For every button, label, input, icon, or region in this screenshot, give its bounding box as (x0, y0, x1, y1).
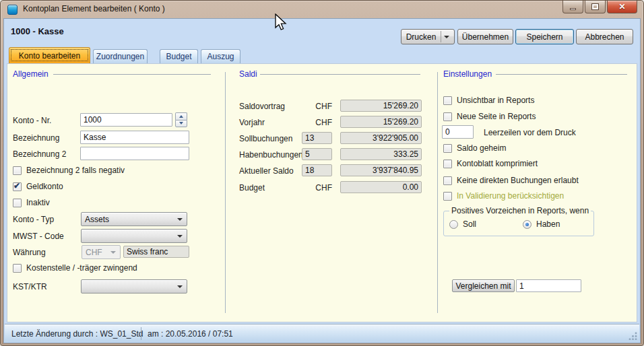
allgemein-section-title: Allgemein (13, 69, 49, 79)
saldi-row-label: Vorjahr (239, 118, 265, 127)
maximize-button[interactable] (585, 1, 606, 13)
chevron-down-icon (177, 235, 183, 238)
speichern-button-label: Speichern (526, 32, 562, 42)
minimize-button[interactable] (562, 1, 583, 13)
soll-radio[interactable] (449, 220, 458, 229)
konto-typ-value: Assets (85, 215, 109, 224)
uebernehmen-button[interactable]: Übernehmen (457, 29, 513, 44)
saldi-value-field: 333.25 (340, 148, 422, 160)
soll-radio-label: Soll (463, 219, 476, 229)
bezeichnung2-negativ-checkbox[interactable]: ✔ (13, 166, 22, 175)
leerzeilen-input[interactable] (442, 125, 474, 139)
tab-budget[interactable]: Budget (160, 49, 198, 63)
saldi-row-label: Habenbuchungen (239, 150, 303, 160)
mwst-code-select[interactable] (81, 229, 187, 243)
saldi-count-field: 13 (302, 132, 332, 144)
spinner-down-icon[interactable] (175, 120, 187, 128)
bezeichnung-input[interactable] (80, 131, 189, 144)
keine-buchungen-checkbox[interactable]: ✔ (443, 176, 452, 185)
vergleichen-mit-button[interactable]: Vergleichen mit (452, 279, 515, 292)
konto-typ-label: Konto - Typ (13, 215, 54, 224)
drucken-button[interactable]: Drucken (401, 29, 455, 44)
split-separator (441, 31, 441, 42)
tab-label: Zuordnungen (96, 52, 144, 61)
inaktiv-checkbox[interactable]: ✔ (13, 199, 22, 207)
saldi-value-field: 3'922'905.00 (340, 132, 422, 144)
mwst-code-label: MWST - Code (13, 232, 64, 241)
tab-auszug[interactable]: Auszug (201, 49, 240, 63)
titlebar[interactable]: Kontoplan Element bearbeiten ( Konto ) ✕ (1, 1, 643, 18)
saldi-count-field: 18 (302, 164, 332, 176)
saldi-row-label: Sollbuchungen (239, 134, 292, 143)
bezeichnung-label: Bezeichnung (13, 133, 59, 143)
haben-radio[interactable] (523, 220, 532, 229)
app-icon (7, 5, 18, 15)
uebernehmen-button-label: Übernehmen (462, 32, 509, 42)
saldi-section-title: Saldi (239, 69, 257, 79)
saldi-value-field: 0.00 (340, 181, 422, 193)
tab-konto-bearbeiten[interactable]: Konto bearbeiten (9, 47, 90, 63)
einstellungen-section-title: Einstellungen (443, 69, 492, 79)
vergleichen-mit-button-label: Vergleichen mit (455, 281, 511, 291)
radio-dot-icon (525, 223, 529, 226)
validierung-label: In Validierung berücksichtigen (457, 191, 564, 201)
bezeichnung2-label: Bezeichnung 2 (13, 149, 66, 159)
chevron-down-icon (177, 218, 183, 221)
konto-nr-spinner[interactable] (175, 112, 187, 127)
resize-grip[interactable] (629, 331, 637, 340)
tab-label: Budget (166, 52, 191, 61)
kontoblatt-komprimiert-label: Kontoblatt komprimiert (457, 159, 538, 168)
vergleichen-mit-input[interactable] (516, 279, 581, 292)
inaktiv-label: Inaktiv (26, 198, 50, 207)
vorzeichen-groupbox: Positives Vorzeichen in Reports, wenn So… (443, 211, 594, 236)
section-line (260, 74, 420, 75)
saldo-geheim-label: Saldo geheim (457, 143, 506, 153)
waehrung-code-select: CHF (82, 245, 121, 259)
spinner-up-icon[interactable] (175, 112, 187, 120)
waehrung-name-field: Swiss franc (123, 246, 189, 258)
geldkonto-checkbox[interactable]: ✔ (13, 182, 22, 191)
konto-bearbeiten-panel: Allgemein Konto - Nr. Bezeichnung Bezeic… (7, 63, 637, 322)
abbrechen-button-label: Abbrechen (585, 32, 624, 42)
drucken-button-label: Drucken (406, 32, 437, 42)
kostenstelle-checkbox[interactable]: ✔ (13, 264, 22, 273)
kontoblatt-komprimiert-checkbox[interactable]: ✔ (443, 160, 452, 168)
kst-ktr-select[interactable] (81, 279, 187, 293)
maximize-icon (592, 4, 598, 9)
tab-label: Konto bearbeiten (19, 51, 80, 61)
bezeichnung2-input[interactable] (80, 147, 189, 160)
saldi-row-label: Budget (239, 183, 265, 193)
saldi-value-field: 3'937'840.95 (340, 164, 422, 176)
haben-radio-label: Haben (536, 219, 560, 229)
saldi-row-label: Saldovortrag (239, 102, 285, 111)
column-divider (437, 72, 438, 313)
vorzeichen-group-title: Positives Vorzeichen in Reports, wenn (449, 206, 591, 215)
neue-seite-reports-checkbox[interactable]: ✔ (443, 112, 452, 121)
column-divider (225, 72, 226, 313)
konto-typ-select[interactable]: Assets (81, 212, 187, 226)
waehrung-label: Währung (13, 248, 46, 257)
konto-nr-input[interactable] (80, 113, 172, 127)
validierung-checkbox[interactable]: ✔ (443, 192, 452, 201)
status-date: am : 20.05.2016 / 07:51 (148, 329, 233, 339)
chevron-down-icon (110, 251, 116, 254)
saldi-currency-label: CHF (302, 183, 332, 193)
kst-ktr-label: KST/KTR (13, 282, 47, 291)
app-window: Kontoplan Element bearbeiten ( Konto ) ✕… (0, 0, 644, 346)
saldo-geheim-checkbox[interactable]: ✔ (443, 144, 452, 153)
close-button[interactable]: ✕ (607, 1, 637, 13)
tab-zuordnungen[interactable]: Zuordnungen (93, 49, 148, 63)
status-bar: Letzte Änderung durch : WS_01_Std am : 2… (5, 324, 639, 342)
bezeichnung2-negativ-label: Bezeichnung 2 falls negativ (26, 166, 125, 175)
status-divider (141, 327, 141, 340)
drucken-dropdown-arrow-icon[interactable] (444, 36, 449, 38)
geldkonto-label: Geldkonto (26, 182, 63, 191)
unsichtbar-reports-checkbox[interactable]: ✔ (443, 96, 452, 105)
tab-label: Auszug (207, 52, 234, 61)
unsichtbar-reports-label: Unsichtbar in Reports (457, 96, 534, 105)
status-last-change: Letzte Änderung durch : WS_01_Std (11, 329, 143, 339)
waehrung-code-value: CHF (86, 248, 102, 257)
abbrechen-button[interactable]: Abbrechen (576, 29, 633, 44)
leerzeilen-label: Leerzeilen vor dem Druck (484, 128, 576, 137)
speichern-button[interactable]: Speichern (515, 29, 574, 44)
